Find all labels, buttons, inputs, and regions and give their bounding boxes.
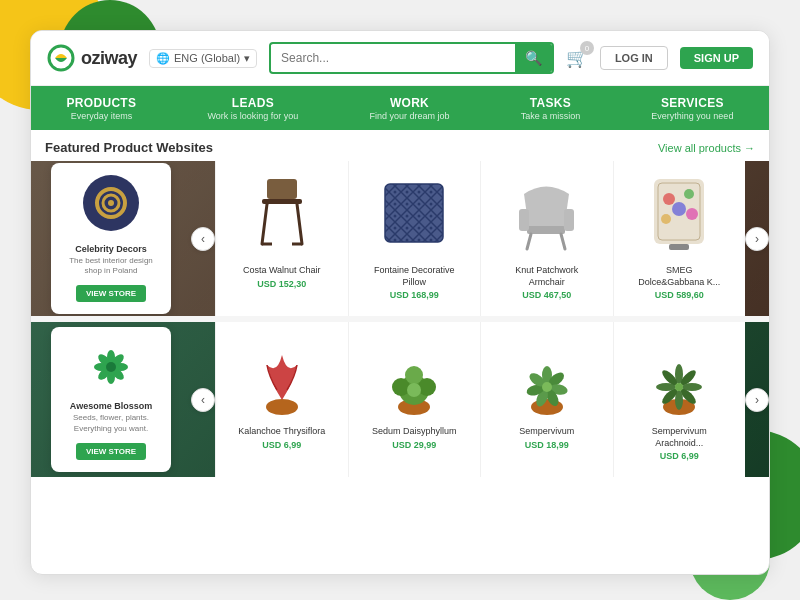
kalanchoe-name: Kalanchoe Thrysiflora [238,426,325,438]
svg-line-6 [262,204,267,244]
armchair-image [507,171,587,261]
celebrity-store-card: CELEBRITY Celebrity Decors The best inte… [51,163,171,315]
smeg-price: USD 589,60 [655,290,704,300]
svg-rect-14 [527,226,565,234]
product-card-sempervivum2[interactable]: Sempervivum Arachnoid... USD 6,99 [613,322,746,477]
cart-badge: 0 [580,41,594,55]
furniture-section: CELEBRITY Celebrity Decors The best inte… [31,161,769,316]
svg-rect-26 [669,244,689,250]
furniture-products-row: CELEBRITY Celebrity Decors The best inte… [31,161,769,316]
globe-icon: 🌐 [156,52,170,65]
nav-work-sub: Find your dream job [369,111,449,121]
carousel-prev-button-1[interactable]: ‹ [191,227,215,251]
celebrity-logo [83,175,139,231]
svg-point-42 [407,383,421,397]
main-container: oziway 🌐 ENG (Global) ▾ 🔍 🛒 0 LOG IN SIG… [30,30,770,575]
pillow-name: Fontaine Decorative Pillow [369,265,459,288]
plants-section: Awesome Blossom Seeds, flower, plants. E… [31,322,769,477]
svg-rect-15 [519,209,529,231]
blossom-logo [83,339,139,395]
plants-products-row: Awesome Blossom Seeds, flower, plants. E… [31,322,769,477]
svg-line-7 [297,204,302,244]
search-button[interactable]: 🔍 [515,44,552,72]
lang-selector[interactable]: 🌐 ENG (Global) ▾ [149,49,257,68]
svg-point-35 [106,362,116,372]
kalanchoe-image [242,332,322,422]
product-card-sempervivum[interactable]: Sempervivum USD 18,99 [480,322,613,477]
nav-tasks-label: TASKS [530,96,571,110]
product-card-kalanchoe[interactable]: Kalanchoe Thrysiflora USD 6,99 [215,322,348,477]
nav-services-label: SERVICES [661,96,724,110]
celebrity-ring-icon [93,185,129,221]
sempervivum-name: Sempervivum [519,426,574,438]
armchair-price: USD 467,50 [522,290,571,300]
logo-icon [47,44,75,72]
svg-point-61 [675,383,683,391]
furniture-products-list: Costa Walnut Chair USD 152,30 [215,161,745,316]
blossom-store-name: Awesome Blossom [63,401,159,411]
smeg-image [639,171,719,261]
nav-work[interactable]: WORK Find your dream job [349,92,469,125]
sedum-price: USD 29,99 [392,440,436,450]
sempervivum-price: USD 18,99 [525,440,569,450]
celebrity-logo-wrap [83,175,139,231]
svg-point-21 [663,193,675,205]
view-all-text: View all products → [658,142,755,154]
product-card-pillow[interactable]: Fontaine Decorative Pillow USD 168,99 [348,161,481,316]
nav-leads-sub: Work is looking for you [207,111,298,121]
svg-point-3 [108,200,114,206]
carousel-next-button-2[interactable]: › [745,388,769,412]
pillow-price: USD 168,99 [390,290,439,300]
product-card-sedum[interactable]: Sedum Daisyphyllum USD 29,99 [348,322,481,477]
chair-name: Costa Walnut Chair [243,265,321,277]
chevron-down-icon: ▾ [244,52,250,65]
nav-leads-label: LEADS [232,96,274,110]
plants-products-list: Kalanchoe Thrysiflora USD 6,99 [215,322,745,477]
logo-text: oziway [81,48,137,69]
blossom-view-store-button[interactable]: VIEW STORE [76,443,146,460]
celebrity-store-desc: The best interior design shop in Poland [63,256,159,277]
nav-services[interactable]: SERVICES Everything you need [631,92,753,125]
celebrity-view-store-button[interactable]: VIEW STORE [76,285,146,302]
carousel-prev-button-2[interactable]: ‹ [191,388,215,412]
search-input[interactable] [271,45,515,71]
content-area: Featured Product Websites View all produ… [31,130,769,575]
nav-leads[interactable]: LEADS Work is looking for you [187,92,318,125]
nav-products-sub: Everyday items [71,111,133,121]
nav-products-label: PRODUCTS [67,96,137,110]
svg-point-51 [542,382,552,392]
nav-tasks[interactable]: TASKS Take a mission [501,92,601,125]
nav-tasks-sub: Take a mission [521,111,581,121]
sedum-image [374,332,454,422]
cart-area: 🛒 0 [566,47,588,69]
chair-price: USD 152,30 [257,279,306,289]
svg-point-25 [686,208,698,220]
search-icon: 🔍 [525,50,542,66]
cart-button[interactable]: 🛒 0 [566,47,588,69]
svg-line-17 [527,234,531,249]
kalanchoe-price: USD 6,99 [262,440,301,450]
signup-button[interactable]: SIGN UP [680,47,753,69]
product-card-armchair[interactable]: Knut Patchwork Armchair USD 467,50 [480,161,613,316]
login-button[interactable]: LOG IN [600,46,668,70]
celebrity-store-name: Celebrity Decors [63,244,159,254]
main-nav: PRODUCTS Everyday items LEADS Work is lo… [31,86,769,130]
smeg-name: SMEG Dolce&Gabbana K... [634,265,724,288]
blossom-store-desc: Seeds, flower, plants. Everything you wa… [63,413,159,434]
product-card-smeg[interactable]: SMEG Dolce&Gabbana K... USD 589,60 [613,161,746,316]
armchair-name: Knut Patchwork Armchair [502,265,592,288]
pillow-image [374,171,454,261]
nav-products[interactable]: PRODUCTS Everyday items [47,92,157,125]
view-all-link[interactable]: View all products → [658,142,755,154]
carousel-next-button-1[interactable]: › [745,227,769,251]
product-card-chair[interactable]: Costa Walnut Chair USD 152,30 [215,161,348,316]
search-bar: 🔍 [269,42,554,74]
logo[interactable]: oziway [47,44,137,72]
svg-rect-4 [267,179,297,199]
blossom-logo-wrap [83,339,139,395]
featured-title: Featured Product Websites [45,140,213,155]
svg-point-23 [672,202,686,216]
svg-point-24 [661,214,671,224]
featured-section-header: Featured Product Websites View all produ… [31,130,769,161]
nav-services-sub: Everything you need [651,111,733,121]
